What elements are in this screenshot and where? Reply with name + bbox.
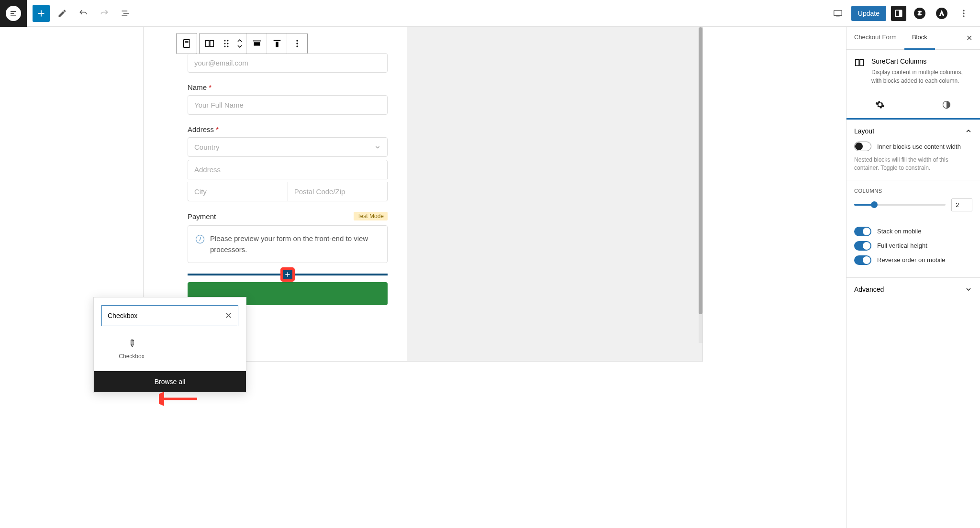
sidebar-tabs: Checkout Form Block ✕ — [846, 27, 980, 50]
block-inserter-popover: ✕ ✎ Checkbox Browse all — [93, 297, 246, 393]
payment-info-text: Please preview your form on the front-en… — [210, 233, 379, 255]
svg-rect-27 — [856, 60, 859, 66]
update-button[interactable]: Update — [851, 6, 886, 21]
full-height-toggle-row: Full vertical height — [854, 241, 972, 251]
inner-width-toggle-row: Inner blocks use content width — [854, 142, 972, 151]
svg-rect-28 — [860, 60, 863, 66]
block-info-card: SureCart Columns Display content in mult… — [846, 50, 980, 93]
styles-tab[interactable] — [913, 93, 980, 120]
test-mode-badge: Test Mode — [354, 212, 388, 220]
payment-label: Payment — [188, 212, 216, 220]
svg-rect-2 — [899, 10, 902, 17]
add-block-button[interactable] — [33, 5, 50, 22]
edit-icon[interactable] — [54, 5, 71, 22]
layout-panel: Layout Inner blocks use content width Ne… — [846, 120, 980, 180]
address-label: Address * — [188, 125, 388, 133]
drag-handle-icon[interactable] — [220, 33, 233, 54]
settings-toggle-button[interactable] — [891, 6, 906, 21]
full-height-label: Full vertical height — [877, 242, 927, 249]
reverse-toggle-row: Reverse order on mobile — [854, 255, 972, 265]
summary-column — [407, 27, 702, 361]
country-select[interactable]: Country — [188, 137, 388, 157]
columns-value[interactable]: 2 — [951, 198, 972, 211]
inserter-search[interactable]: ✕ — [101, 305, 238, 326]
chevron-down-icon — [965, 286, 972, 293]
svg-point-11 — [224, 40, 226, 42]
inserter-search-input[interactable] — [108, 312, 225, 319]
svg-rect-8 — [184, 40, 190, 48]
payment-section: Payment Test Mode i Please preview your … — [188, 212, 388, 263]
layout-panel-header[interactable]: Layout — [854, 127, 972, 135]
stack-label: Stack on mobile — [877, 228, 922, 235]
block-title: SureCart Columns — [871, 57, 972, 65]
svg-rect-0 — [834, 10, 842, 15]
svg-point-23 — [296, 43, 298, 44]
chevron-up-icon — [965, 127, 972, 135]
view-icon[interactable] — [829, 5, 846, 22]
svg-rect-21 — [276, 42, 278, 47]
chevron-down-icon — [374, 144, 381, 151]
close-sidebar-icon[interactable]: ✕ — [958, 27, 980, 49]
options-icon[interactable] — [955, 5, 972, 22]
checkbox-block-icon: ✎ — [125, 337, 139, 351]
vertical-align-button[interactable] — [267, 33, 287, 54]
full-height-toggle[interactable] — [854, 241, 871, 251]
surecart-icon[interactable] — [911, 5, 928, 22]
tab-checkout-form[interactable]: Checkout Form — [846, 27, 904, 49]
reverse-toggle[interactable] — [854, 255, 871, 265]
move-buttons[interactable] — [233, 33, 246, 54]
columns-slider-row: 2 — [854, 198, 972, 211]
block-inserter-line — [188, 274, 388, 275]
inserter-button[interactable] — [281, 268, 294, 281]
advanced-label: Advanced — [854, 286, 884, 293]
svg-point-22 — [296, 40, 298, 42]
stack-toggle[interactable] — [854, 227, 871, 236]
columns-icon — [854, 57, 865, 85]
block-type-button[interactable] — [200, 33, 220, 54]
svg-point-5 — [963, 10, 964, 11]
site-logo[interactable] — [0, 0, 27, 27]
settings-tab[interactable] — [846, 93, 913, 118]
svg-rect-18 — [254, 42, 260, 45]
svg-point-14 — [227, 43, 229, 44]
list-view-icon[interactable] — [117, 5, 134, 22]
toolbar-right: Update — [829, 5, 980, 22]
editor-area: Name * Address * Country — [0, 27, 846, 528]
undo-icon[interactable] — [75, 5, 92, 22]
inner-width-help: Nested blocks will fill the width of thi… — [854, 156, 972, 172]
svg-rect-17 — [253, 41, 261, 42]
astra-icon[interactable] — [933, 5, 950, 22]
plus-icon — [284, 271, 291, 278]
columns-label: COLUMNS — [854, 188, 972, 194]
editor-scrollbar[interactable] — [699, 27, 702, 343]
block-options-icon[interactable] — [287, 33, 307, 54]
zip-field[interactable] — [288, 182, 388, 201]
email-field[interactable] — [188, 53, 388, 73]
advanced-panel[interactable]: Advanced — [846, 278, 980, 301]
clear-search-icon[interactable]: ✕ — [225, 310, 232, 321]
svg-rect-10 — [210, 41, 213, 47]
address-field-group: Address * Country — [188, 125, 388, 201]
browse-all-button[interactable]: Browse all — [94, 371, 246, 392]
address-line-field[interactable] — [188, 160, 388, 179]
block-toolbar — [176, 33, 197, 54]
align-button[interactable] — [247, 33, 267, 54]
name-field[interactable] — [188, 95, 388, 115]
block-parent-button[interactable] — [177, 33, 197, 54]
annotation-arrow — [159, 392, 202, 406]
svg-rect-9 — [206, 41, 209, 47]
redo-icon[interactable] — [96, 5, 113, 22]
city-field[interactable] — [188, 182, 288, 201]
svg-point-7 — [963, 15, 964, 17]
gear-icon — [875, 100, 885, 110]
svg-point-12 — [227, 40, 229, 42]
block-result-checkbox[interactable]: ✎ Checkbox — [110, 338, 153, 360]
tab-block[interactable]: Block — [904, 27, 935, 50]
block-toolbar-main — [199, 33, 308, 54]
inner-width-toggle[interactable] — [854, 142, 871, 151]
country-placeholder: Country — [194, 143, 220, 151]
columns-slider[interactable] — [854, 204, 946, 206]
svg-point-16 — [227, 46, 229, 47]
stack-toggle-row: Stack on mobile — [854, 227, 972, 236]
svg-point-15 — [224, 46, 226, 47]
